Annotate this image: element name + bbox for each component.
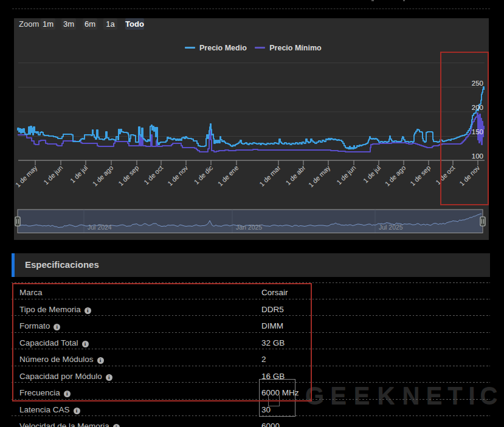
svg-text:1 de nov: 1 de nov xyxy=(166,164,190,188)
svg-text:1 de sep: 1 de sep xyxy=(409,164,432,187)
svg-text:1 de oct: 1 de oct xyxy=(142,164,164,186)
svg-text:1 de jun: 1 de jun xyxy=(42,164,64,186)
svg-text:1 de sep: 1 de sep xyxy=(117,164,140,187)
svg-text:1 de jul: 1 de jul xyxy=(69,164,89,185)
svg-text:1 de dic: 1 de dic xyxy=(193,164,215,186)
svg-text:1 de ago: 1 de ago xyxy=(91,164,115,188)
svg-text:1 de jul: 1 de jul xyxy=(362,164,382,185)
svg-text:1 de may: 1 de may xyxy=(14,164,39,189)
svg-text:Jan 2025: Jan 2025 xyxy=(236,224,262,231)
svg-text:1 de may: 1 de may xyxy=(307,164,332,189)
svg-text:1 de ago: 1 de ago xyxy=(384,164,407,188)
svg-text:1 de jun: 1 de jun xyxy=(335,164,357,186)
svg-text:1 de mar: 1 de mar xyxy=(258,164,281,188)
svg-text:Jul 2025: Jul 2025 xyxy=(379,224,403,231)
svg-text:Jul 2024: Jul 2024 xyxy=(88,224,112,231)
svg-text:1 de abr: 1 de abr xyxy=(284,164,306,186)
svg-text:1 de ene: 1 de ene xyxy=(216,164,240,188)
